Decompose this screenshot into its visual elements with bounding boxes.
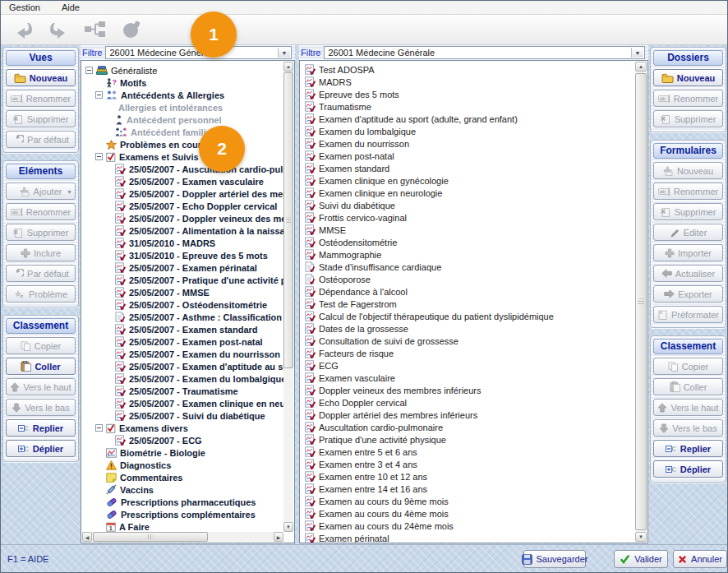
renommer-button[interactable]: abRenommer	[653, 183, 723, 200]
tree-item[interactable]: 25/05/2007 - Auscultation cardio-pulmona…	[82, 163, 283, 175]
expander-icon[interactable]	[95, 91, 103, 99]
list-item[interactable]: Examen au cours du 9ème mois	[301, 495, 635, 507]
list-item[interactable]: Facteurs de risque	[301, 347, 635, 359]
renommer-button[interactable]: abRenommer	[6, 90, 76, 107]
scrollbar-thumb[interactable]	[635, 73, 647, 530]
tree-item[interactable]: 25/05/2007 - ECG	[82, 434, 283, 446]
nouveau-button[interactable]: Nouveau	[6, 69, 76, 86]
coller-button[interactable]: Coller	[653, 378, 723, 395]
tree-item[interactable]: Commentaires	[82, 471, 283, 483]
list-item[interactable]: Traumatisme	[301, 100, 635, 113]
tree-item[interactable]: 25/05/2007 - Examen d'aptitude au sport	[82, 360, 283, 372]
tree-item[interactable]: 25/05/2007 - Traumatisme	[82, 385, 283, 397]
list-item[interactable]: Mammographie	[301, 248, 635, 261]
list-item[interactable]: Examen post-natal	[301, 150, 635, 162]
tree-horizontal-scrollbar[interactable]: ◀ ▶	[82, 532, 283, 542]
expander-icon[interactable]	[95, 153, 103, 160]
tree-item[interactable]: 25/05/2007 - Asthme : Classification et …	[82, 311, 283, 323]
tree-item[interactable]: 1A Faire	[82, 520, 283, 532]
importer-button[interactable]: Importer	[653, 244, 723, 261]
list-item[interactable]: Examen du lombalgique	[301, 125, 635, 137]
tree-item[interactable]: Antécédent familial	[82, 126, 283, 138]
tree-item[interactable]: 25/05/2007 - Examen vasculaire	[82, 175, 283, 187]
vers-le-haut-button[interactable]: Vers le haut	[653, 399, 723, 416]
vers-le-haut-button[interactable]: Vers le haut	[6, 378, 76, 395]
list-item[interactable]: ECG	[301, 359, 635, 372]
tree-item[interactable]: Biométrie - Biologie	[82, 446, 283, 459]
tree-item[interactable]: Problèmes en cours	[82, 138, 283, 150]
tree-item[interactable]: Prescriptions complémentaires	[82, 508, 283, 520]
valider-button[interactable]: Valider	[614, 550, 668, 568]
tree-item[interactable]: Antécédents & Allergies	[82, 89, 283, 101]
list-item[interactable]: Consultation de suivi de grossesse	[301, 335, 635, 347]
list-item[interactable]: Examen vasculaire	[301, 372, 635, 384]
nav-back-icon[interactable]	[11, 19, 35, 40]
list-item[interactable]: Ostéoporose	[301, 273, 635, 285]
sauvegarder-button[interactable]: Sauvegarder	[523, 550, 586, 568]
scroll-down-icon[interactable]: ▼	[635, 532, 647, 542]
scroll-up-icon[interactable]: ▲	[635, 62, 647, 72]
ajouter-button[interactable]: Ajouter▼	[6, 183, 76, 200]
tree-item[interactable]: 25/05/2007 - MMSE	[82, 286, 283, 298]
supprimer-button[interactable]: Supprimer	[6, 110, 76, 127]
tree-item[interactable]: Diagnostics	[82, 459, 283, 471]
list-item[interactable]: Pratique d'une activité physique	[301, 433, 635, 446]
tree-item[interactable]: 31/05/2010 - MADRS	[82, 237, 283, 249]
scroll-up-icon[interactable]: ▲	[283, 62, 293, 72]
tree-item[interactable]: Examens et Suivis	[82, 150, 283, 163]
deplier-button[interactable]: Déplier	[653, 460, 723, 478]
list-item[interactable]: Ostéodensitométrie	[301, 236, 635, 248]
annuler-button[interactable]: Annuler	[673, 550, 727, 568]
tree-item[interactable]: 25/05/2007 - Doppler artériel des membre…	[82, 187, 283, 200]
list-filter-combobox[interactable]: 26001 Médecine Générale ▼	[324, 46, 645, 59]
tree-item[interactable]: 25/05/2007 - Examen standard	[82, 323, 283, 335]
par-defaut-button[interactable]: Par défaut	[6, 131, 76, 148]
chevron-down-icon[interactable]: ▼	[631, 48, 643, 58]
nav-forward-icon[interactable]	[47, 19, 71, 40]
tree-item[interactable]: 25/05/2007 - Doppler veineux des membres…	[82, 212, 283, 224]
chevron-down-icon[interactable]: ▼	[278, 48, 290, 58]
deplier-button[interactable]: Déplier	[6, 440, 76, 457]
tree-item[interactable]: Généraliste	[82, 64, 283, 76]
list-item[interactable]: Test de Fagerstrom	[301, 298, 635, 310]
list-item[interactable]: Examen standard	[301, 162, 635, 174]
scrollbar-thumb[interactable]	[283, 72, 293, 368]
list-item[interactable]: Dates de la grossesse	[301, 322, 635, 335]
list-item[interactable]: Auscultation cardio-pulmonaire	[301, 421, 635, 433]
list-item[interactable]: Examen d'aptitude au sport (adulte, gran…	[301, 113, 635, 125]
tree-item[interactable]: 25/05/2007 - Ostéodensitométrie	[82, 298, 283, 311]
actualiser-button[interactable]: Actualiser	[653, 265, 723, 282]
tree-item[interactable]: ?Motifs	[82, 76, 283, 89]
list-item[interactable]: Dépendance à l'alcool	[301, 285, 635, 298]
renommer-button[interactable]: abRenommer	[6, 203, 76, 220]
probleme-button[interactable]: Problème	[6, 285, 76, 303]
hierarchy-icon[interactable]	[83, 19, 108, 40]
list-item[interactable]: Epreuve des 5 mots	[301, 88, 635, 100]
list-item[interactable]: MMSE	[301, 224, 635, 236]
vers-le-bas-button[interactable]: Vers le bas	[6, 399, 76, 416]
tree-item[interactable]: 25/05/2007 - Examen du nourrisson	[82, 348, 283, 360]
vers-le-bas-button[interactable]: Vers le bas	[653, 419, 723, 437]
stamp-icon[interactable]	[119, 19, 144, 40]
list-item[interactable]: Doppler veineux des membres inférieurs	[301, 384, 635, 396]
supprimer-button[interactable]: Supprimer	[653, 203, 723, 220]
tree-item[interactable]: 25/05/2007 - Examen post-natal	[82, 335, 283, 348]
menu-aide[interactable]: Aide	[58, 2, 83, 13]
exporter-button[interactable]: Exporter	[653, 285, 723, 303]
menu-gestion[interactable]: Gestion	[6, 2, 44, 13]
list-item[interactable]: Examen périnatal	[301, 532, 635, 543]
copier-button[interactable]: Copier	[653, 358, 723, 375]
list-item[interactable]: Examen clinique en neurologie	[301, 187, 635, 199]
editer-button[interactable]: Editer	[653, 224, 723, 241]
tree-item[interactable]: 25/05/2007 - Examen clinique en neurolog…	[82, 397, 283, 409]
renommer-button[interactable]: abRenommer	[653, 90, 723, 107]
nouveau-button[interactable]: Nouveau	[653, 162, 723, 179]
tree-item[interactable]: Prescriptions pharmaceutiques	[82, 496, 283, 508]
list-item[interactable]: Echo Doppler cervical	[301, 396, 635, 409]
scroll-down-icon[interactable]: ▼	[283, 522, 293, 532]
list-item[interactable]: Stade d'insuffisance cardiaque	[301, 261, 635, 273]
tree-item[interactable]: 25/05/2007 - Suivi du diabétique	[82, 409, 283, 422]
par-defaut-button[interactable]: Par défaut	[6, 265, 76, 282]
expander-icon[interactable]	[95, 424, 103, 432]
list-item[interactable]: Examen entre 5 et 6 ans	[301, 446, 635, 458]
